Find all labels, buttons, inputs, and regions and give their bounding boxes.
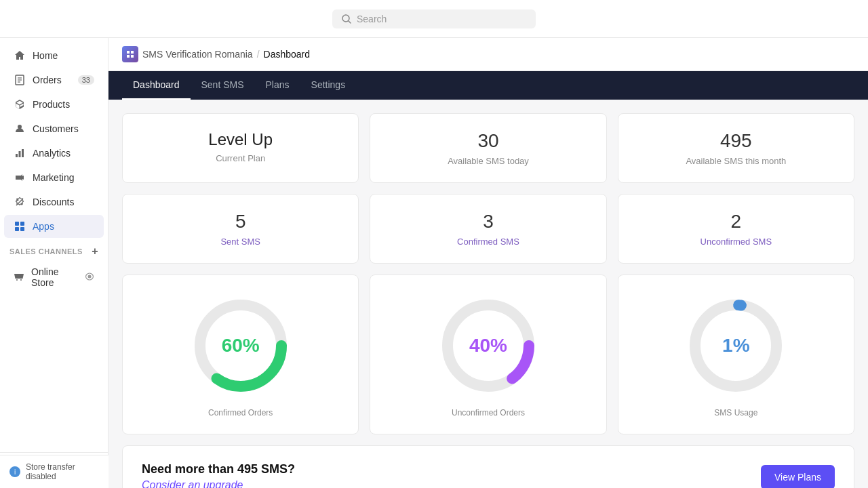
add-sales-channel-icon[interactable]: + — [92, 245, 98, 258]
sidebar-orders-label: Orders — [33, 75, 62, 85]
sidebar-discounts-label: Discounts — [33, 197, 74, 207]
tab-bar: Dashboard Sent SMS Plans Settings — [108, 71, 868, 100]
svg-rect-9 — [22, 149, 24, 157]
orders-badge: 33 — [78, 75, 94, 85]
available-today-label: Available SMS today — [384, 156, 592, 166]
tab-plans[interactable]: Plans — [255, 71, 300, 100]
sales-channels-label: SALES CHANNELS — [9, 247, 83, 256]
confirmed-sms-label: Confirmed SMS — [384, 237, 592, 247]
tab-dashboard[interactable]: Dashboard — [122, 71, 191, 100]
donut-center-unconfirmed: 40% — [469, 335, 507, 357]
stats-row-1: Level Up Current Plan 30 Available SMS t… — [122, 113, 854, 183]
search-placeholder: Search — [357, 14, 387, 24]
donut-confirmed: 60% — [186, 291, 295, 400]
sidebar: Home Orders 33 Products Customers — [0, 38, 108, 488]
svg-point-17 — [88, 274, 92, 278]
unconfirmed-percent: 40% — [469, 335, 507, 357]
sidebar-products-label: Products — [33, 99, 70, 110]
stat-card-confirmed-sms: 3 Confirmed SMS — [370, 194, 606, 264]
stat-card-available-today: 30 Available SMS today — [370, 113, 606, 183]
sms-usage-label: SMS Usage — [714, 408, 757, 418]
online-store-visibility-icon[interactable] — [85, 272, 94, 283]
analytics-icon — [14, 147, 26, 159]
sent-sms-value: 5 — [136, 211, 344, 232]
search-bar[interactable]: Search — [332, 9, 536, 28]
sales-channels-section: SALES CHANNELS + — [0, 239, 108, 260]
available-month-label: Available SMS this month — [632, 156, 840, 166]
sidebar-item-products[interactable]: Products — [4, 93, 104, 116]
donut-center-confirmed: 60% — [222, 335, 260, 357]
sidebar-item-apps[interactable]: Apps — [4, 215, 104, 238]
stat-card-sent-sms: 5 Sent SMS — [122, 194, 359, 264]
upgrade-text: Need more than 495 SMS? Consider an upgr… — [142, 462, 295, 488]
sidebar-item-customers[interactable]: Customers — [4, 117, 104, 140]
chart-unconfirmed-orders: 40% Unconfirmed Orders — [370, 274, 606, 434]
info-icon: i — [9, 466, 20, 477]
donut-center-usage: 1% — [722, 335, 749, 357]
marketing-icon — [14, 171, 26, 184]
apps-icon — [14, 220, 26, 232]
usage-percent: 1% — [722, 335, 749, 357]
available-today-value: 30 — [384, 130, 592, 152]
search-icon — [342, 14, 351, 24]
donut-usage: 1% — [682, 291, 790, 400]
svg-rect-8 — [19, 151, 21, 157]
app-logo-icon — [122, 46, 138, 62]
online-store-icon — [14, 271, 24, 283]
view-plans-button[interactable]: View Plans — [761, 465, 835, 489]
plan-label: Current Plan — [136, 153, 344, 163]
upgrade-banner: Need more than 495 SMS? Consider an upgr… — [122, 445, 854, 488]
home-icon — [14, 49, 26, 62]
stat-card-plan: Level Up Current Plan — [122, 113, 359, 183]
stat-card-unconfirmed-sms: 2 Unconfirmed SMS — [618, 194, 854, 264]
store-transfer-bar: i Store transfer disabled — [0, 455, 108, 488]
breadcrumb-app-name: SMS Verification Romania — [142, 49, 253, 60]
sidebar-item-discounts[interactable]: Discounts — [4, 190, 104, 214]
unconfirmed-sms-value: 2 — [632, 211, 840, 232]
svg-rect-14 — [20, 222, 24, 226]
breadcrumb: SMS Verification Romania / Dashboard — [108, 38, 868, 71]
top-bar: Search — [0, 0, 868, 38]
confirmed-percent: 60% — [222, 335, 260, 357]
sidebar-item-orders[interactable]: Orders 33 — [4, 68, 104, 92]
charts-row: 60% Confirmed Orders 40% — [122, 274, 854, 434]
confirmed-sms-value: 3 — [384, 211, 592, 232]
unconfirmed-sms-label: Unconfirmed SMS — [632, 237, 840, 247]
main-content: SMS Verification Romania / Dashboard Das… — [108, 38, 868, 488]
sidebar-item-home[interactable]: Home — [4, 44, 104, 67]
breadcrumb-current: Dashboard — [264, 49, 311, 60]
orders-icon — [14, 74, 26, 86]
sidebar-apps-label: Apps — [33, 221, 54, 232]
sidebar-marketing-label: Marketing — [33, 172, 74, 183]
sidebar-home-label: Home — [33, 50, 58, 61]
chart-sms-usage: 1% SMS Usage — [618, 274, 854, 434]
sidebar-customers-label: Customers — [33, 123, 79, 134]
stat-card-available-month: 495 Available SMS this month — [618, 113, 854, 183]
svg-rect-13 — [15, 222, 19, 226]
available-month-value: 495 — [632, 130, 840, 152]
confirmed-orders-label: Confirmed Orders — [208, 408, 273, 418]
plan-value: Level Up — [136, 130, 344, 149]
products-icon — [14, 98, 26, 110]
sidebar-item-analytics[interactable]: Analytics — [4, 142, 104, 165]
upgrade-text-line2: Consider an upgrade — [142, 479, 295, 488]
tab-sent-sms[interactable]: Sent SMS — [191, 71, 255, 100]
sidebar-item-online-store[interactable]: Online Store — [4, 261, 104, 293]
sidebar-item-marketing[interactable]: Marketing — [4, 166, 104, 189]
svg-rect-15 — [15, 227, 19, 231]
svg-rect-16 — [20, 227, 24, 231]
tab-settings[interactable]: Settings — [300, 71, 357, 100]
customers-icon — [14, 123, 26, 135]
sidebar-analytics-label: Analytics — [33, 148, 71, 159]
unconfirmed-orders-label: Unconfirmed Orders — [452, 408, 525, 418]
upgrade-text-line1: Need more than 495 SMS? — [142, 462, 295, 476]
online-store-label: Online Store — [31, 266, 78, 288]
dashboard-content: Level Up Current Plan 30 Available SMS t… — [108, 100, 868, 488]
breadcrumb-separator: / — [257, 49, 260, 60]
stats-row-2: 5 Sent SMS 3 Confirmed SMS 2 Unconfirmed… — [122, 194, 854, 264]
sent-sms-label: Sent SMS — [136, 237, 344, 247]
svg-rect-7 — [16, 154, 18, 157]
svg-line-1 — [349, 21, 351, 23]
store-transfer-label: Store transfer disabled — [26, 462, 99, 481]
discounts-icon — [14, 196, 26, 208]
